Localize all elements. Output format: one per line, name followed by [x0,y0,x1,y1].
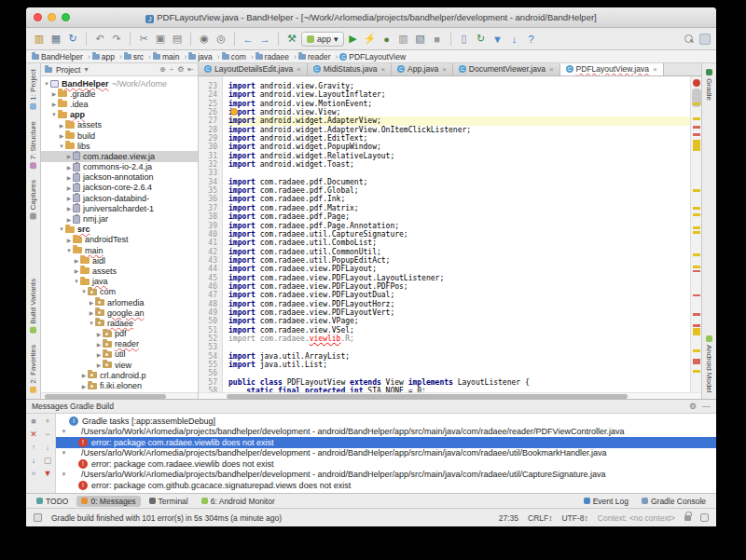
tree-item-bandhelper[interactable]: ▼BandHelper~/Work/Arlome [41,78,198,89]
breadcrumb-item-src[interactable]: src› [124,52,151,61]
warning-stripe[interactable] [693,231,700,234]
header-gear-icon[interactable]: ⚙ [177,65,184,74]
expanded-arrow-icon[interactable]: ▼ [60,450,68,456]
tree-item-google-an[interactable]: ▶google.an [41,307,198,318]
tree-item-jackson-databind-[interactable]: ▶jackson-databind- [41,193,198,203]
warning-stripe[interactable] [693,102,700,105]
expanded-arrow-icon[interactable]: ▼ [65,248,73,253]
tool-button-gradle[interactable]: Gradle [705,63,713,106]
close-tab-icon[interactable]: × [442,65,447,74]
tree-item-view[interactable]: ▶view [41,360,198,370]
project-tree-hscrollbar[interactable] [41,392,198,399]
gradle-sync-icon[interactable]: ↻ [474,32,489,47]
close-tab-icon[interactable]: × [297,65,301,74]
messages-minimize-icon[interactable]: — [702,402,711,411]
expanded-arrow-icon[interactable]: ▼ [88,321,95,326]
tool-window-button-todo[interactable]: TODO [32,496,73,507]
warning-stripe[interactable] [693,349,700,352]
caret-position[interactable]: 27:35 [499,513,518,523]
tree-item-crl-android-p[interactable]: ▶crl.android.p [41,370,198,380]
error-stripe-bar[interactable] [690,76,701,392]
expand-all-icon[interactable]: + [42,416,53,426]
collapsed-arrow-icon[interactable]: ▶ [80,372,88,378]
tool-button-android-model[interactable]: Android Model [705,330,713,399]
tree-item-nmj-jar[interactable]: ▶nmj.jar [41,213,198,224]
message-row-file[interactable]: ▼J/Users/arlo/Work/Arlomedia/projects/ba… [56,448,716,459]
next-message-icon[interactable]: ↓ [28,455,39,465]
search-everywhere-icon[interactable] [684,34,694,44]
collapsed-arrow-icon[interactable]: ▶ [95,362,103,368]
tree-item-build[interactable]: ▶build [41,130,198,141]
collapsed-arrow-icon[interactable]: ▶ [58,132,65,139]
error-stripe[interactable] [693,270,700,272]
message-row-file[interactable]: ▼J/Users/arlo/Work/Arlomedia/projects/ba… [56,470,716,481]
expanded-arrow-icon[interactable]: ▼ [60,471,68,477]
intention-bulb-icon[interactable] [230,108,238,116]
tool-window-button-6-android-monitor[interactable]: 6: Android Monitor [197,496,280,507]
stop-icon[interactable]: ■ [430,32,445,47]
tree-item-commons-io-2-4-ja[interactable]: ▶commons-io-2.4.ja [41,162,198,172]
breadcrumb-item-java[interactable]: java› [188,52,219,61]
tree-item-java[interactable]: ▼java [41,277,198,287]
undo-icon[interactable]: ↶ [92,32,107,47]
error-stripe[interactable] [693,359,700,364]
tool-window-button-event-log[interactable]: Event Log [579,496,633,507]
breadcrumb-item-bandhelper[interactable]: BandHelper› [32,52,90,61]
header-scroll-icon[interactable]: ÷ [170,65,173,74]
tool-window-toggle-icon[interactable] [34,513,42,522]
find-icon[interactable]: ◉ [197,32,212,47]
sdk-manager-icon[interactable]: ▼ [490,32,505,47]
collapsed-arrow-icon[interactable]: ▶ [80,383,88,389]
expanded-arrow-icon[interactable]: ▼ [58,226,65,232]
tool-button-2-favorites[interactable]: 2: Favorites [29,339,37,399]
tool-window-button-0-messages[interactable]: 0: Messages [76,496,140,507]
expander-icon[interactable]: » [28,468,39,478]
code-editor[interactable]: import android.view.Gravity;import andro… [223,76,701,392]
run-configuration-select[interactable]: app▾ [301,32,344,47]
filter-icon[interactable]: ▼ [42,468,53,478]
collapsed-arrow-icon[interactable]: ▶ [95,351,103,358]
tree-item-pdf[interactable]: ▶pdf [41,329,198,339]
tree-item-libs[interactable]: ▼libs [41,141,198,151]
tree-item-androidtest[interactable]: ▶androidTest [41,235,198,245]
expanded-arrow-icon[interactable]: ▼ [73,279,80,284]
chevron-down-icon[interactable]: ▾ [84,65,88,74]
rerun-icon[interactable]: ■ [28,416,39,426]
warning-stripe[interactable] [693,328,700,335]
breadcrumb-item-radaee[interactable]: radaee› [256,52,297,61]
tree-item-src[interactable]: ▼src [41,225,198,235]
redo-icon[interactable]: ↷ [109,32,124,47]
message-row-info[interactable]: iGradle tasks [:app:assembleDebug] [56,416,716,427]
tree-item-jackson-core-2-6-4[interactable]: ▶jackson-core-2.6.4 [41,183,198,193]
tree-item-assets[interactable]: ▶assets [41,266,198,276]
close-tab-icon[interactable]: × [549,65,554,74]
collapsed-arrow-icon[interactable]: ▶ [50,90,58,97]
warning-stripe[interactable] [693,207,700,210]
collapsed-arrow-icon[interactable]: ▶ [65,237,73,243]
error-stripe[interactable] [693,126,700,129]
tool-button-7-structure[interactable]: 7: Structure [29,116,37,174]
back-icon[interactable]: ← [241,32,256,47]
errors-indicator-icon[interactable] [693,79,700,87]
expanded-arrow-icon[interactable]: ▼ [60,429,68,434]
tree-item-assets[interactable]: ▶assets [41,120,198,130]
user-avatar-icon[interactable] [699,34,711,45]
message-row-error[interactable]: !error: package com.radaee.viewlib does … [56,437,716,448]
tab-layoutdetailsedit-java[interactable]: CLayoutDetailsEdit.java× [199,63,308,75]
message-row-file[interactable]: ▼J/Users/arlo/Work/Arlomedia/projects/ba… [56,427,716,438]
warning-stripe[interactable] [693,213,700,216]
collapsed-arrow-icon[interactable]: ▶ [65,174,73,181]
tab-app-java[interactable]: CApp.java× [392,63,453,75]
tree-item-fi-iki-elonen[interactable]: ▶fi.iki.elonen [41,380,198,390]
tab-midistatus-java[interactable]: CMidiStatus.java× [308,63,392,75]
collapsed-arrow-icon[interactable]: ▶ [50,101,58,107]
breadcrumb-item-main[interactable]: main› [153,52,186,61]
message-row-error[interactable]: !error: package com.github.gcacace.signa… [56,480,716,491]
close-icon[interactable]: ✕ [28,429,39,439]
save-all-icon[interactable]: ▦ [48,32,63,47]
cut-icon[interactable]: ✂ [136,32,151,47]
softwrap-icon[interactable]: ▢ [42,455,53,465]
help-icon[interactable]: ? [524,32,539,47]
sync-icon[interactable]: ↻ [65,32,80,47]
collapse-all-icon[interactable]: − [42,429,53,439]
